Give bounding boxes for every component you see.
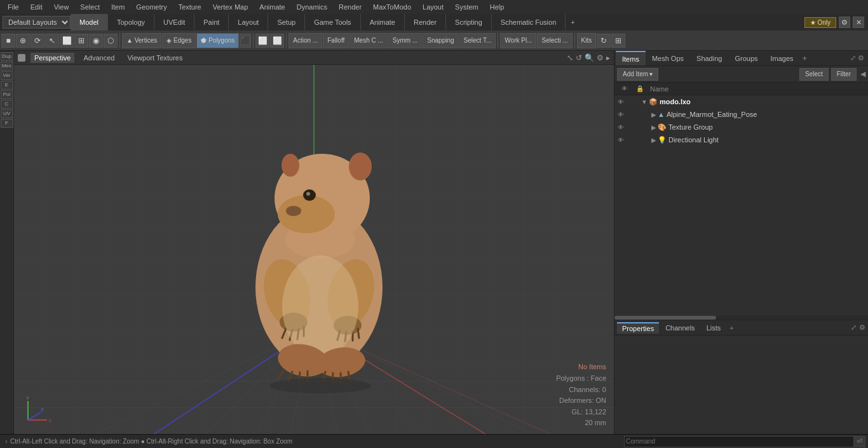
sidebar-f[interactable]: F — [1, 119, 13, 128]
tab-groups[interactable]: Groups — [728, 51, 764, 65]
sidebar-duplicate[interactable]: Dup — [1, 52, 13, 61]
select-button[interactable]: Select — [799, 68, 829, 81]
visibility-toggle-modo[interactable]: 👁 — [616, 98, 626, 105]
tab-shading[interactable]: Shading — [690, 51, 728, 65]
tree-item-marmot[interactable]: 👁 ▶ ▲ Alpine_Marmot_Eating_Pose — [614, 108, 868, 121]
right-panel-expand-icon[interactable]: ⤢ — [850, 54, 856, 62]
tab-scripting[interactable]: Scripting — [446, 14, 492, 31]
viewport[interactable]: No Items Polygons : Face Channels: 0 Def… — [14, 65, 614, 434]
menu-system[interactable]: System — [450, 2, 484, 12]
component-more-icon[interactable]: ⬛ — [240, 34, 251, 48]
tab-properties[interactable]: Properties — [617, 322, 659, 334]
viewport-more-icon[interactable]: ▸ — [606, 53, 610, 62]
menu-geometry[interactable]: Geometry — [131, 2, 172, 12]
pivot-icon[interactable]: ◉ — [89, 34, 103, 48]
menu-texture[interactable]: Texture — [173, 2, 207, 12]
tab-render[interactable]: Render — [405, 14, 446, 31]
action-btn[interactable]: Action ... — [288, 33, 322, 48]
visibility-toggle-marmot[interactable]: 👁 — [616, 111, 626, 118]
menu-maxtomodo[interactable]: MaxToModo — [368, 2, 416, 12]
menu-render[interactable]: Render — [334, 2, 367, 12]
snap-icon[interactable]: ⬡ — [104, 34, 118, 48]
tab-game-tools[interactable]: Game Tools — [305, 14, 361, 31]
sidebar-polygon[interactable]: Pol — [1, 90, 13, 99]
tab-channels[interactable]: Channels — [660, 323, 700, 333]
sidebar-edge[interactable]: E — [1, 81, 13, 90]
menu-item[interactable]: Item — [106, 2, 130, 12]
viewport-menu-icon[interactable] — [18, 54, 25, 62]
falloff-btn[interactable]: Falloff — [323, 33, 349, 48]
viewport-tab-perspective[interactable]: Perspective — [31, 53, 74, 63]
tree-arrow-marmot[interactable]: ▶ — [651, 111, 656, 118]
star-only-button[interactable]: ★ Only — [804, 17, 836, 28]
menu-file[interactable]: File — [3, 2, 24, 12]
transform-icon[interactable]: ⬜ — [60, 34, 74, 48]
visibility-toggle-texture[interactable]: 👁 — [616, 124, 626, 131]
snapping-btn[interactable]: Snapping — [423, 33, 458, 48]
mesh-c-btn[interactable]: Mesh C ... — [349, 33, 388, 48]
tab-topology[interactable]: Topology — [108, 14, 154, 31]
command-input[interactable] — [625, 438, 853, 445]
add-layout-tab-button[interactable]: + — [566, 16, 580, 29]
tab-setup[interactable]: Setup — [268, 14, 305, 31]
select-mode-icon[interactable]: ↖ — [45, 34, 59, 48]
layout-dropdown[interactable]: Default Layouts — [3, 16, 71, 29]
sidebar-uv[interactable]: UV — [1, 109, 13, 118]
tree-item-modo-lxo[interactable]: 👁 ▼ 📦 modo.lxo — [614, 95, 868, 108]
move-icon[interactable]: ⊕ — [16, 34, 30, 48]
props-settings-icon[interactable]: ⚙ — [859, 323, 865, 332]
tab-paint[interactable]: Paint — [194, 14, 229, 31]
symmetry-btn[interactable]: Symm ... — [388, 33, 422, 48]
polygons-btn[interactable]: ⬟ Polygons — [196, 33, 239, 48]
menu-dynamics[interactable]: Dynamics — [292, 2, 332, 12]
viewport-zoom-icon[interactable]: 🔍 — [585, 53, 594, 62]
settings-icon[interactable]: ⚙ — [839, 17, 850, 28]
menu-layout[interactable]: Layout — [417, 2, 449, 12]
tab-mesh-ops[interactable]: Mesh Ops — [646, 51, 690, 65]
tab-lists[interactable]: Lists — [702, 323, 726, 333]
items-collapse-icon[interactable]: ◀ — [860, 70, 865, 78]
toolbar-more-icon[interactable]: ⊞ — [611, 34, 625, 48]
close-layout-icon[interactable]: ✕ — [853, 17, 864, 28]
tree-arrow-modo[interactable]: ▼ — [641, 98, 648, 105]
viewport-tab-textures[interactable]: Viewport Textures — [123, 53, 186, 63]
viewport-settings-icon[interactable]: ⚙ — [597, 53, 604, 62]
edges-btn[interactable]: ◈ Edges — [162, 33, 196, 48]
tab-model[interactable]: Model — [71, 14, 108, 31]
menu-help[interactable]: Help — [485, 2, 510, 12]
viewport-rotate-icon[interactable]: ↺ — [576, 53, 582, 62]
filter-button[interactable]: Filter — [831, 68, 857, 81]
add-props-tab-button[interactable]: + — [729, 324, 733, 332]
menu-vertex-map[interactable]: Vertex Map — [208, 2, 254, 12]
work-plane-btn[interactable]: Work Pl... — [500, 33, 536, 48]
vertices-btn[interactable]: ▲ Vertices — [122, 33, 161, 48]
select-all-icon[interactable]: ■ — [1, 34, 15, 48]
sidebar-vertex[interactable]: Ver — [1, 71, 13, 80]
sidebar-c[interactable]: C — [1, 100, 13, 109]
kits-btn[interactable]: Kits — [577, 33, 597, 48]
scale-icon[interactable]: ⊞ — [74, 34, 88, 48]
select-t-btn[interactable]: Select T... — [459, 33, 496, 48]
tab-items[interactable]: Items — [616, 51, 646, 65]
menu-edit[interactable]: Edit — [25, 2, 48, 12]
tree-arrow-light[interactable]: ▶ — [651, 137, 656, 144]
tree-item-texture[interactable]: 👁 ▶ 🎨 Texture Group — [614, 121, 868, 133]
tab-uvedit[interactable]: UVEdit — [154, 14, 194, 31]
viewport-shade-icon[interactable]: ⬜ — [255, 34, 269, 48]
right-panel-settings-icon[interactable]: ⚙ — [858, 54, 864, 62]
command-submit-button[interactable]: ⏎ — [853, 437, 865, 447]
add-tab-button[interactable]: + — [803, 53, 808, 63]
tab-images[interactable]: Images — [764, 51, 800, 65]
menu-animate[interactable]: Animate — [254, 2, 290, 12]
props-expand-icon[interactable]: ⤢ — [851, 323, 857, 332]
menu-view[interactable]: View — [49, 2, 74, 12]
tree-arrow-texture[interactable]: ▶ — [651, 124, 656, 131]
menu-select[interactable]: Select — [75, 2, 105, 12]
texture-icon[interactable]: ⬜ — [270, 34, 284, 48]
tab-animate[interactable]: Animate — [361, 14, 405, 31]
tab-layout[interactable]: Layout — [229, 14, 268, 31]
add-item-button[interactable]: Add Item ▾ — [617, 68, 658, 81]
tab-schematic-fusion[interactable]: Schematic Fusion — [492, 14, 566, 31]
sidebar-mesh[interactable]: Mes — [1, 62, 13, 71]
rotate-icon[interactable]: ⟳ — [31, 34, 44, 48]
